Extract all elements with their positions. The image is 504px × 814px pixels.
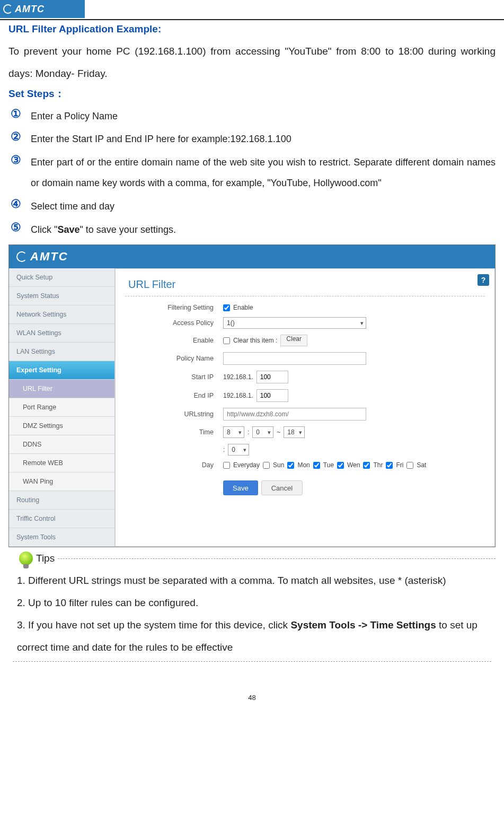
time-colon-2: : <box>223 446 225 453</box>
sidebar-item-port-range[interactable]: Port Range <box>9 398 114 417</box>
save-button[interactable]: Save <box>223 480 258 495</box>
clear-item-text: Clear this item : <box>233 337 277 344</box>
steps-heading: Set Steps： <box>8 87 496 101</box>
row-url: URLstring <box>125 408 485 421</box>
step-3: ③ Enter part of or the entire domain nam… <box>11 152 496 194</box>
step-3-text: Enter part of or the entire domain name … <box>31 157 496 189</box>
input-url[interactable] <box>223 408 366 421</box>
ui-logo-swirl-icon <box>16 251 27 262</box>
sidebar-item-lan-settings[interactable]: LAN Settings <box>9 343 114 361</box>
clear-button[interactable]: Clear <box>280 335 307 346</box>
page-number: 48 <box>0 694 504 712</box>
row-time: Time 8 : 0 ~ 18 <box>125 426 485 438</box>
ui-topbar: AMTC <box>9 245 495 268</box>
checkbox-wen[interactable] <box>337 462 344 469</box>
day-wen: Wen <box>347 461 360 469</box>
ui-brand: AMTC <box>30 250 68 264</box>
row-day: Day Everyday Sun Mon Tue Wen Thr Fri Sat <box>125 461 485 469</box>
sidebar-item-system-status[interactable]: System Status <box>9 287 114 305</box>
sidebar-item-remote-web[interactable]: Remote WEB <box>9 454 114 472</box>
brand-name: AMTC <box>15 4 45 15</box>
row-access-policy: Access Policy 1() <box>125 317 485 329</box>
time-tilde: ~ <box>277 428 280 436</box>
day-mon: Mon <box>297 461 310 469</box>
day-sun: Sun <box>273 461 284 469</box>
cancel-button[interactable]: Cancel <box>261 480 303 495</box>
checkbox-sat[interactable] <box>406 462 413 469</box>
sidebar-item-routing[interactable]: Routing <box>9 491 114 510</box>
input-end-ip[interactable] <box>257 389 288 402</box>
step-5-post: " to save your settings. <box>79 224 175 235</box>
tips-list: 1. Different URL strings must be separat… <box>8 570 496 658</box>
num-icon-5: ⑤ <box>11 222 21 233</box>
input-policy-name[interactable] <box>223 352 366 365</box>
select-time-h2[interactable]: 18 <box>284 426 305 438</box>
row-time-2: : 0 <box>125 444 485 456</box>
label-enable: Enable <box>125 337 223 344</box>
row-end-ip: End IP 192.168.1. <box>125 389 485 402</box>
sidebar-item-url-filter[interactable]: URL Filter <box>9 380 114 398</box>
select-time-m1[interactable]: 0 <box>252 426 273 438</box>
step-1: ① Enter a Policy Name <box>11 106 496 127</box>
label-policy-name: Policy Name <box>125 355 223 362</box>
select-access-policy[interactable]: 1() <box>223 317 366 329</box>
step-2: ② Enter the Start IP and End IP here for… <box>11 129 496 150</box>
sidebar-item-dmz[interactable]: DMZ Settings <box>9 417 114 435</box>
ui-main-panel: ? URL Filter Filtering Setting Enable Ac… <box>115 268 495 547</box>
sidebar-item-system-tools[interactable]: System Tools <box>9 528 114 547</box>
day-thr: Thr <box>373 461 383 469</box>
label-time: Time <box>125 428 223 436</box>
sidebar-item-expert-setting[interactable]: Expert Setting <box>9 361 114 380</box>
section-title: URL Filter Application Example: <box>8 23 496 35</box>
checkbox-everyday[interactable] <box>223 462 230 469</box>
num-icon-4: ④ <box>11 198 21 210</box>
logo-swirl-icon <box>3 4 13 14</box>
sidebar-item-network-settings[interactable]: Network Settings <box>9 305 114 324</box>
tip-3: 3. If you have not set up the system tim… <box>17 614 487 659</box>
step-5-pre: Click " <box>31 224 57 235</box>
lightbulb-icon <box>19 552 33 565</box>
tip-1: 1. Different URL strings must be separat… <box>17 570 487 592</box>
tips-header: Tips <box>19 552 496 565</box>
row-enable: Enable Clear this item : Clear <box>125 335 485 346</box>
panel-title: URL Filter <box>128 278 485 291</box>
checkbox-filtering-enable[interactable] <box>223 304 230 311</box>
tip-3-pre: 3. If you have not set up the system tim… <box>17 619 290 631</box>
step-4-text: Select time and day <box>31 201 114 212</box>
end-ip-prefix: 192.168.1. <box>223 392 253 399</box>
label-url: URLstring <box>125 410 223 418</box>
input-start-ip[interactable] <box>257 371 288 383</box>
num-icon-3: ③ <box>11 154 21 166</box>
intro-paragraph: To prevent your home PC (192.168.1.100) … <box>8 40 496 85</box>
checkbox-fri[interactable] <box>386 462 393 469</box>
start-ip-prefix: 192.168.1. <box>223 373 253 381</box>
checkbox-mon[interactable] <box>287 462 294 469</box>
ui-sidebar: Quick Setup System Status Network Settin… <box>9 268 115 547</box>
select-time-m2[interactable]: 0 <box>228 444 249 456</box>
router-ui-screenshot: AMTC Quick Setup System Status Network S… <box>8 244 496 547</box>
help-icon[interactable]: ? <box>478 274 489 286</box>
sidebar-item-wlan-settings[interactable]: WLAN Settings <box>9 324 114 343</box>
tips-dashed-line <box>58 558 496 559</box>
label-start-ip: Start IP <box>125 373 223 381</box>
sidebar-item-traffic[interactable]: Triffic Control <box>9 510 114 528</box>
step-1-text: Enter a Policy Name <box>31 111 118 121</box>
checkbox-thr[interactable] <box>363 462 370 469</box>
label-access-policy: Access Policy <box>125 319 223 327</box>
time-colon-1: : <box>247 428 249 436</box>
steps-list: ① Enter a Policy Name ② Enter the Start … <box>8 106 496 241</box>
num-icon-1: ① <box>11 108 21 120</box>
checkbox-clear-item[interactable] <box>223 337 230 344</box>
day-fri: Fri <box>396 461 403 469</box>
row-start-ip: Start IP 192.168.1. <box>125 371 485 383</box>
row-filtering: Filtering Setting Enable <box>125 304 485 311</box>
select-time-h1[interactable]: 8 <box>223 426 244 438</box>
tip-3-bold: System Tools -> Time Settings <box>290 619 436 631</box>
sidebar-item-ddns[interactable]: DDNS <box>9 435 114 454</box>
sidebar-item-quick-setup[interactable]: Quick Setup <box>9 268 114 287</box>
checkbox-sun[interactable] <box>263 462 270 469</box>
step-5: ⑤ Click "Save" to save your settings. <box>11 220 496 241</box>
step-2-text: Enter the Start IP and End IP here for e… <box>31 134 291 144</box>
sidebar-item-wan-ping[interactable]: WAN Ping <box>9 472 114 491</box>
checkbox-tue[interactable] <box>313 462 320 469</box>
